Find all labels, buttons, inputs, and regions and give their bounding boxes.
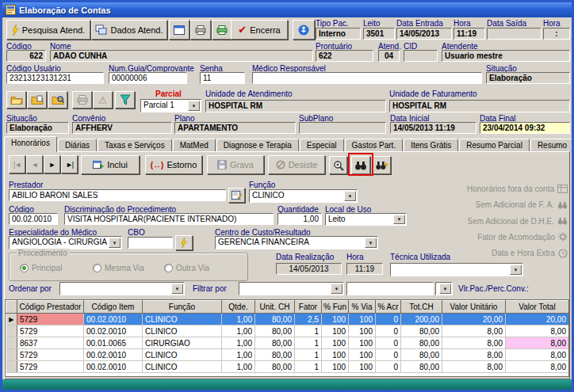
unidade-atendimento-field[interactable]: HOSPITAL RM xyxy=(205,100,386,112)
grid-row[interactable]: 572900.02.0010CLINICO1,0080,001100100080… xyxy=(6,361,569,373)
grid-cell-valor_total[interactable]: 8,00 xyxy=(506,361,569,373)
grid-cell-p_fun[interactable]: 100 xyxy=(322,361,349,373)
grid-cell-valor_unitario[interactable]: 8,00 xyxy=(442,349,506,361)
radio-mesma-via[interactable]: Mesma Via xyxy=(93,264,144,272)
grid-cell-valor_unitario[interactable]: 8,00 xyxy=(442,337,506,349)
hora-saida-field[interactable]: : xyxy=(543,28,570,40)
grid-cell-funcao[interactable]: CLINICO xyxy=(143,349,222,361)
grid-row[interactable]: 572900.02.0010CLINICO1,0080,001100100080… xyxy=(6,349,569,361)
filter-button[interactable] xyxy=(115,91,135,108)
honorarios-fora-conta-item[interactable]: Honorários fora da conta xyxy=(465,181,568,196)
grid-cell-qtde[interactable]: 1,00 xyxy=(222,349,255,361)
tab-taxas-servicos[interactable]: Taxas e Serviços xyxy=(98,139,172,152)
grid-cell-fator[interactable]: 1 xyxy=(295,361,322,373)
hora-realizacao-field[interactable]: 11:19 xyxy=(346,263,383,275)
grid-cell-codigo_prestador[interactable]: 8637 xyxy=(17,337,84,349)
grid-cell-codigo_item[interactable]: 00.02.0010 xyxy=(84,349,143,361)
grid-cell-unit_ch[interactable]: 80,00 xyxy=(255,361,295,373)
codigo-proc-field[interactable]: 00.02.0010 xyxy=(9,213,58,225)
grid-header-valor_unitario[interactable]: Valor Unitário xyxy=(442,301,506,314)
tab-especial[interactable]: Especial xyxy=(300,139,344,152)
grid-cell-p_fun[interactable]: 100 xyxy=(322,314,349,325)
atendente-field[interactable]: Usuario mestre xyxy=(442,50,570,62)
grid-cell-p_acr[interactable]: 0 xyxy=(376,314,401,325)
grid-cell-fator[interactable]: 2,5 xyxy=(295,314,322,325)
grid-cell-p_acr[interactable]: 0 xyxy=(376,361,401,373)
num-guia-field[interactable]: 00000006 xyxy=(109,72,187,84)
nav-first-button[interactable]: |◄ xyxy=(9,155,25,173)
grid-cell-tot_ch[interactable]: 80,00 xyxy=(401,349,442,361)
grid-cell-codigo_prestador[interactable]: 5729 xyxy=(17,314,84,325)
codigo-field[interactable]: 622 xyxy=(6,50,46,62)
grid-header-p_via[interactable]: % Via xyxy=(349,301,376,314)
encerra-button[interactable]: ✔ Encerra xyxy=(231,20,288,40)
grid-header-codigo_prestador[interactable]: Código Prestador xyxy=(17,301,84,314)
grid-cell-valor_unitario[interactable]: 20,00 xyxy=(442,314,506,325)
grid-cell-valor_unitario[interactable]: 8,00 xyxy=(442,361,506,373)
row-indicator[interactable]: ▶ xyxy=(6,314,17,325)
grid-cell-valor_total[interactable]: 8,00 xyxy=(506,325,569,337)
quantidade-field[interactable]: 1,00 xyxy=(277,213,322,225)
grid-header-unit_ch[interactable]: Unit. CH xyxy=(255,301,295,314)
grid-row[interactable]: ▶572900.02.0010CLINICO1,0080,002,5100100… xyxy=(6,314,569,325)
grid-cell-fator[interactable]: 1 xyxy=(295,325,322,337)
row-indicator[interactable] xyxy=(6,337,17,349)
radio-principal[interactable]: Principal xyxy=(20,264,62,272)
nome-field[interactable]: ADAO CUNHA xyxy=(50,50,313,62)
estorno-button[interactable]: (↔) Estorno xyxy=(145,155,202,174)
grid-cell-tot_ch[interactable]: 80,00 xyxy=(401,361,442,373)
grava-button[interactable]: Grava xyxy=(207,155,264,174)
nav-next-button[interactable]: ► xyxy=(44,155,60,173)
form-button[interactable] xyxy=(169,20,189,40)
local-uso-combo[interactable]: Leito ▼ xyxy=(325,213,407,226)
tab-matmed[interactable]: MatMed xyxy=(173,139,216,152)
grid-cell-valor_total[interactable]: 20,00 xyxy=(506,314,569,325)
grid-cell-funcao[interactable]: CIRURGIAO xyxy=(143,337,222,349)
funcao-combo[interactable]: CLINICO ▼ xyxy=(249,189,358,203)
grid-cell-qtde[interactable]: 1,00 xyxy=(222,361,255,373)
data-realizacao-field[interactable]: 14/05/2013 xyxy=(276,263,342,275)
tab-resumo[interactable]: Resumo xyxy=(530,139,574,152)
grid-cell-p_fun[interactable]: 100 xyxy=(322,349,349,361)
title-bar[interactable]: Elaboração de Contas xyxy=(2,2,572,17)
pesquisa-atend-button[interactable]: Pesquisa Atend. xyxy=(6,20,90,40)
grid-cell-p_fun[interactable]: 100 xyxy=(322,325,349,337)
grid-cell-codigo_item[interactable]: 00.02.0010 xyxy=(84,361,143,373)
tab-diagnose-terapia[interactable]: Diagnose e Terapia xyxy=(216,139,299,152)
grid-header-p_acr[interactable]: % Acr xyxy=(376,301,401,314)
grid-cell-p_via[interactable]: 100 xyxy=(349,325,376,337)
codigo-usuario-field[interactable]: 23213123131231 xyxy=(6,72,104,84)
grid-cell-p_via[interactable]: 100 xyxy=(349,314,376,325)
grid-cell-codigo_item[interactable]: 00.02.0010 xyxy=(84,325,143,337)
grid-header-codigo_item[interactable]: Código Item xyxy=(84,301,143,314)
prontuario-field[interactable]: 622 xyxy=(316,50,373,62)
data-final-field[interactable]: 23/04/2014 09:32 xyxy=(480,122,570,134)
grid-cell-tot_ch[interactable]: 200,00 xyxy=(401,314,442,325)
senha-field[interactable]: 11 xyxy=(200,72,245,84)
tecnica-utilizada-combo[interactable]: ▼ xyxy=(390,263,523,276)
search-binoculars-button[interactable] xyxy=(351,156,370,174)
grid-header-fator[interactable]: Fator xyxy=(295,301,322,314)
grid-cell-tot_ch[interactable]: 80,00 xyxy=(401,337,442,349)
grid-cell-qtde[interactable]: 1,00 xyxy=(222,337,255,349)
print2-button[interactable] xyxy=(72,91,92,108)
grid-cell-tot_ch[interactable]: 80,00 xyxy=(401,325,442,337)
folder-doc-button[interactable] xyxy=(27,91,47,108)
grid-cell-codigo_prestador[interactable]: 5729 xyxy=(17,325,84,337)
leito-field[interactable]: 3501 xyxy=(363,28,395,40)
hora-entrada-field[interactable]: 11:19 xyxy=(453,28,485,40)
inclui-button[interactable]: Inclui xyxy=(81,155,140,174)
zoom-button[interactable] xyxy=(329,156,347,174)
tab-gastos-part[interactable]: Gastos Part. xyxy=(345,139,404,152)
plano-field[interactable]: APARTAMENTO xyxy=(174,122,296,134)
atend-field[interactable]: 04 xyxy=(378,50,400,62)
ordenar-por-combo[interactable]: ▼ xyxy=(59,282,185,295)
filtro-mini-combo[interactable]: ▼ xyxy=(435,282,453,295)
convenio-field[interactable]: AFFHERV xyxy=(72,122,172,134)
print-button[interactable] xyxy=(190,20,211,40)
filtro-valor-field[interactable] xyxy=(346,282,434,295)
sem-adicional-fa-item[interactable]: Sem Adicional de F. A. xyxy=(465,197,568,212)
dados-atend-button[interactable]: Dados Atend. xyxy=(91,20,167,40)
tab-diarias[interactable]: Diárias xyxy=(58,139,97,152)
grid-cell-p_acr[interactable]: 0 xyxy=(376,337,401,349)
